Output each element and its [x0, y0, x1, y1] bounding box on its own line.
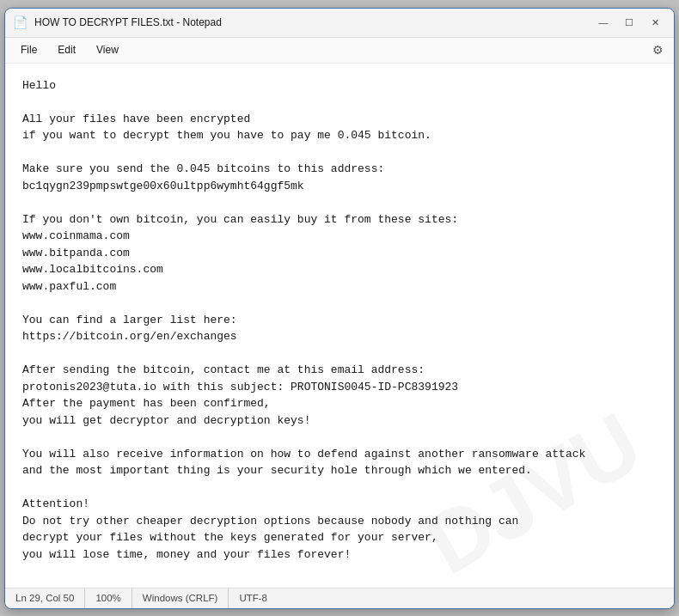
settings-icon[interactable]: ⚙ — [649, 40, 667, 60]
text-editor[interactable] — [5, 64, 674, 588]
menu-bar: File Edit View ⚙ — [5, 38, 674, 64]
editor-area: DJVU — [5, 64, 674, 588]
title-bar: 📄 HOW TO DECRYPT FILES.txt - Notepad — ☐… — [5, 9, 674, 38]
cursor-position: Ln 29, Col 50 — [15, 589, 85, 608]
menu-file[interactable]: File — [12, 41, 46, 58]
menu-edit[interactable]: Edit — [49, 41, 84, 58]
app-icon: 📄 — [12, 15, 28, 30]
maximize-button[interactable]: ☐ — [617, 12, 641, 33]
minimize-button[interactable]: — — [591, 12, 615, 33]
window-title: HOW TO DECRYPT FILES.txt - Notepad — [34, 16, 591, 28]
encoding: UTF-8 — [229, 589, 278, 608]
line-ending: Windows (CRLF) — [132, 589, 229, 608]
close-button[interactable]: ✕ — [643, 12, 667, 33]
notepad-window: 📄 HOW TO DECRYPT FILES.txt - Notepad — ☐… — [4, 8, 675, 609]
status-bar: Ln 29, Col 50 100% Windows (CRLF) UTF-8 — [5, 588, 674, 608]
window-controls: — ☐ ✕ — [591, 12, 667, 33]
menu-view[interactable]: View — [88, 41, 127, 58]
zoom-level: 100% — [85, 589, 132, 608]
